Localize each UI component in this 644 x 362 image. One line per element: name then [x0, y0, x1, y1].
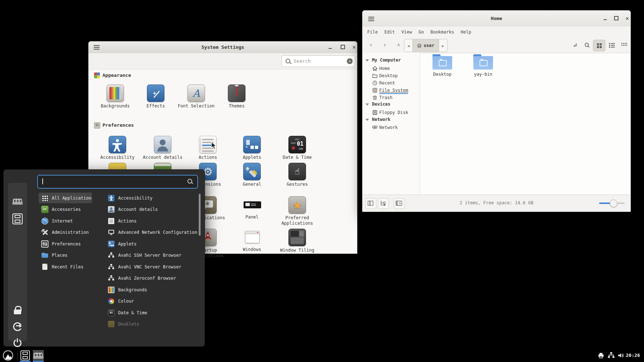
files-launcher-icon[interactable]	[8, 213, 27, 224]
settings-launcher-icon[interactable]	[8, 198, 27, 205]
settings-tile-backgrounds[interactable]: Backgrounds	[95, 84, 135, 109]
app-avahi-vnc-server-browser[interactable]: Avahi VNC Server Browser	[108, 261, 181, 272]
minimize-button[interactable]	[327, 44, 333, 51]
menu-bookmarks[interactable]: Bookmarks	[427, 28, 457, 36]
settings-tile-date-time[interactable]: 2007 Sun 01 JAN Date & Time	[277, 136, 317, 160]
settings-tile-font-selection[interactable]: A Font Selection	[176, 84, 216, 109]
sidebar-item-trash[interactable]: Trash	[379, 95, 392, 100]
menu-edit[interactable]: Edit	[381, 28, 398, 36]
menu-button[interactable]	[3, 350, 13, 361]
app-date-time[interactable]: 01 Date & Time	[108, 307, 147, 318]
volume-tray-icon[interactable]	[617, 352, 624, 361]
app-accessibility[interactable]: Accessibility	[108, 193, 152, 203]
menu-help[interactable]: Help	[457, 28, 474, 36]
settings-tile-actions[interactable]: Actions	[188, 136, 228, 160]
sidebar-item-home[interactable]: Home	[379, 66, 390, 71]
app-desklets[interactable]: Desklets	[108, 319, 139, 329]
menu-file[interactable]: File	[364, 28, 381, 36]
settings-tile-general[interactable]: General	[232, 163, 272, 187]
colour-app-icon	[108, 298, 115, 304]
sidebar-item-file-system[interactable]: File System	[379, 88, 408, 94]
home-icon	[417, 43, 422, 48]
section-collapse-icon[interactable]	[365, 103, 369, 106]
section-collapse-icon[interactable]	[365, 59, 369, 62]
list-view-button[interactable]	[606, 40, 618, 51]
sidebar-item-desktop[interactable]: Desktop	[379, 73, 398, 78]
app-avahi-zeroconf-browser[interactable]: Avahi Zeroconf Browser	[108, 273, 176, 283]
sidebar-item-floppy-disk[interactable]: Floppy Disk	[379, 110, 408, 115]
effects-icon: ✦✦	[147, 84, 164, 102]
forward-button[interactable]: ›	[379, 39, 391, 51]
menu-go[interactable]: Go	[415, 28, 427, 36]
logout-button[interactable]	[8, 322, 27, 331]
lock-screen-button[interactable]	[8, 306, 27, 315]
toggle-location-entry-icon[interactable]	[569, 40, 581, 51]
menu-view[interactable]: View	[398, 28, 415, 36]
app-backgrounds[interactable]: Backgrounds	[108, 284, 147, 295]
up-button[interactable]: ∧	[392, 39, 405, 51]
app-avahi-ssh-server-browser[interactable]: Avahi SSH Server Browser	[108, 250, 181, 260]
settings-tile-panel[interactable]: Panel	[232, 196, 272, 220]
category-internet[interactable]: Internet	[39, 216, 92, 226]
app-account-details[interactable]: Account details	[108, 204, 158, 215]
sidebar-item-recent[interactable]: Recent	[379, 80, 395, 86]
back-button[interactable]: ‹	[365, 39, 377, 51]
category-administration[interactable]: Administration	[39, 227, 92, 237]
app-colour[interactable]: Colour	[108, 296, 134, 306]
clock[interactable]: 20:26	[626, 353, 640, 358]
taskbar-settings-window-button[interactable]	[33, 350, 44, 361]
files-titlebar[interactable]: Home ×	[362, 11, 631, 27]
breadcrumb-user-button[interactable]: user	[412, 39, 439, 52]
network-tray-icon[interactable]	[608, 352, 615, 361]
category-places[interactable]: Places	[39, 250, 92, 260]
category-preferences[interactable]: Preferences	[39, 239, 92, 249]
file-cabinet-icon	[20, 350, 30, 361]
files-toolbar: ‹ › ∧ ◂ user ▸	[362, 38, 631, 53]
zoom-slider-track[interactable]	[599, 202, 625, 204]
files-search-icon[interactable]	[581, 40, 593, 51]
app-advanced-network-configuration[interactable]: Advanced Network Configuration	[108, 227, 197, 237]
settings-tile-window-tiling[interactable]: Window Tiling	[277, 229, 317, 253]
zoom-slider-handle[interactable]	[610, 200, 617, 207]
file-item-yay-bin[interactable]: yay-bin	[463, 54, 503, 77]
settings-search-row: Search ✕	[89, 53, 357, 70]
taskbar-files-window-button[interactable]	[20, 350, 31, 361]
settings-tile-account-details[interactable]: Account details	[143, 136, 183, 160]
category-all-applications[interactable]: All Applications	[39, 193, 92, 203]
category-recent-files[interactable]: Recent Files	[39, 261, 92, 272]
maximize-button[interactable]	[340, 44, 346, 51]
taskbar: 20:26	[0, 349, 644, 362]
trash-icon	[372, 95, 377, 100]
category-accessories[interactable]: ✂ Accessories	[39, 204, 92, 215]
breadcrumb-left-icon[interactable]: ◂	[404, 39, 412, 52]
menu-search-input[interactable]	[37, 175, 198, 189]
sidebar-item-network[interactable]: Network	[379, 125, 398, 130]
app-applets[interactable]: Applets	[108, 239, 137, 249]
settings-tile-themes[interactable]: Themes	[217, 84, 257, 109]
printer-tray-icon[interactable]	[597, 352, 605, 361]
settings-tile-preferred-applications[interactable]: ★ Preferred Applications	[277, 196, 317, 226]
settings-tile-effects[interactable]: ✦✦ Effects	[136, 84, 176, 109]
breadcrumb-right-icon[interactable]: ▸	[439, 39, 447, 52]
account-details-icon	[154, 136, 171, 153]
settings-window-title: System Settings	[89, 44, 357, 50]
menu-scrollbar-thumb[interactable]	[199, 194, 201, 236]
compact-view-button[interactable]	[618, 40, 630, 51]
settings-titlebar[interactable]: System Settings ×	[89, 42, 357, 54]
file-item-desktop[interactable]: Desktop	[422, 54, 462, 77]
app-actions[interactable]: Actions	[108, 216, 137, 226]
settings-tile-gestures[interactable]: ☝ Gestures	[277, 163, 317, 187]
files-close-button[interactable]: ×	[624, 15, 631, 22]
settings-tile-windows[interactable]: Windows	[232, 229, 272, 252]
clear-search-icon[interactable]: ✕	[347, 58, 353, 64]
files-maximize-button[interactable]	[613, 15, 620, 22]
section-collapse-icon[interactable]	[365, 119, 369, 121]
files-minimize-button[interactable]	[602, 15, 608, 22]
close-button[interactable]: ×	[351, 44, 357, 51]
shutdown-button[interactable]	[8, 338, 27, 347]
grid-view-button[interactable]	[593, 40, 605, 51]
settings-tile-accessibility[interactable]: Accessibility	[97, 136, 137, 160]
settings-tile-applets[interactable]: Applets	[232, 136, 272, 160]
sidebar-header-network: Network	[372, 117, 391, 122]
settings-search-input[interactable]: Search ✕	[282, 55, 355, 67]
